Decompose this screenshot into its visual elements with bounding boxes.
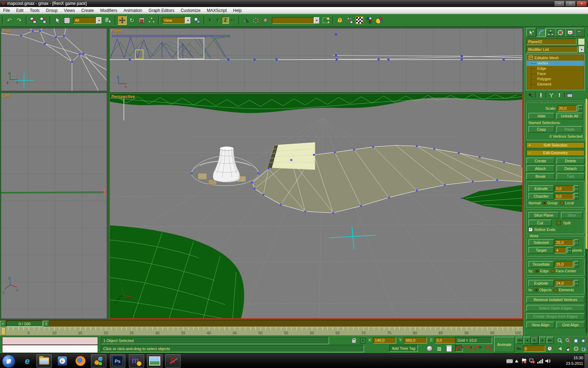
to-objects-radio[interactable] [534,288,538,292]
action-center-flag-icon[interactable] [520,357,528,365]
create-button[interactable]: Create [526,158,554,164]
current-frame-field[interactable]: 0 [523,346,545,352]
select-and-scale-icon[interactable] [137,16,146,25]
tab-motion[interactable] [555,28,565,37]
make-unique-icon[interactable] [548,92,554,98]
stack-item-edge[interactable]: Edge [527,66,584,71]
collapse-icon[interactable] [529,56,533,60]
tessellate-spinner[interactable]: ▲▼ [574,261,579,267]
show-end-result-icon[interactable] [538,92,544,98]
by-face-center-radio[interactable] [551,269,555,273]
percent-snap-icon[interactable]: % [473,345,481,352]
taskbar-photo-viewer-icon[interactable] [147,354,162,368]
pan-hand-icon[interactable] [564,345,572,352]
menu-item-graph-editors[interactable]: Graph Editors [145,7,177,14]
taskbar-media-player-icon[interactable]: ▶ [55,354,70,368]
stack-item-face[interactable]: Face [527,71,584,76]
render-checker-icon[interactable] [355,16,364,25]
explode-field[interactable]: 24,0 [554,280,573,286]
stack-item-editable-mesh[interactable]: Editable Mesh [527,55,584,61]
close-button[interactable]: × [576,1,587,7]
object-name-field[interactable]: Plane02 [526,39,576,45]
time-slider-thumb[interactable] [1,327,6,335]
field-of-view-icon[interactable] [556,345,564,352]
dropdown-arrow-icon[interactable]: ▼ [185,17,191,24]
explode-spinner[interactable]: ▲▼ [574,280,579,286]
viewport-label-front[interactable]: Front [111,29,122,34]
rectangular-selection-region-icon[interactable] [62,16,71,25]
select-and-manipulate-icon[interactable] [147,16,156,25]
edit-geometry-rollout[interactable]: −Edit Geometry [526,150,584,156]
panel-scrollbar-thumb[interactable] [586,99,587,249]
menu-item-help[interactable]: Help [230,7,245,14]
taskbar-internet-explorer-icon[interactable]: e [20,354,35,368]
start-button[interactable] [2,355,15,368]
edit-named-selections-icon[interactable] [321,16,330,25]
go-to-end-icon[interactable]: ▶▶| [547,337,554,344]
viewport-perspective[interactable]: z x y Perspective [109,93,523,319]
restrict-y-button[interactable]: Y [214,17,221,24]
crossing-selection-icon[interactable]: ▨ [435,345,443,352]
min-max-toggle-icon[interactable] [580,345,588,352]
signal-strength-icon[interactable] [536,357,544,365]
mirror-icon[interactable] [241,16,251,25]
material-id-icon[interactable]: ID [365,16,374,25]
angle-snap-icon[interactable]: ∠ [464,345,472,352]
weld-selected-button[interactable]: Selected [528,239,554,246]
next-frame-icon[interactable]: |▶ [539,337,546,344]
menu-item-file[interactable]: File [0,7,13,14]
menu-item-views[interactable]: Views [61,7,78,14]
delete-button[interactable]: Delete [556,158,584,164]
panel-scrollbar[interactable] [586,99,587,333]
tab-hierarchy[interactable] [546,28,555,37]
tab-modify[interactable] [536,28,546,37]
volume-speaker-icon[interactable] [544,357,552,365]
viewport-top[interactable]: y x z Top [1,28,107,91]
material-editor-icon[interactable] [374,16,384,25]
unlink-selection-icon[interactable] [38,16,48,25]
scale-field[interactable]: 20,0 [557,105,577,111]
zoom-extents-icon[interactable] [572,337,580,344]
play-animation-icon[interactable]: ▶ [531,337,538,344]
weld-selected-field[interactable]: 25,0 [554,239,573,246]
unhide-all-button[interactable]: Unhide All [556,113,582,119]
next-frame-button[interactable]: > [43,321,49,327]
zoom-extents-all-icon[interactable] [580,337,588,344]
view-align-button[interactable]: View Align [526,322,554,328]
taskbar-windows-explorer-icon[interactable] [36,354,52,368]
show-desktop-button[interactable] [584,354,588,368]
x-coordinate-field[interactable]: 140,0 [373,337,396,343]
dropdown-arrow-icon[interactable]: ▼ [579,46,584,53]
network-disconnected-icon[interactable] [528,357,536,365]
menu-item-modifiers[interactable]: Modifiers [97,7,120,14]
select-and-move-icon[interactable] [118,16,127,25]
previous-frame-icon[interactable]: ◀| [524,337,531,344]
go-to-start-icon[interactable]: |◀◀ [516,337,523,344]
viewport-left[interactable]: z y x Left [1,93,107,319]
to-elements-radio[interactable] [554,288,558,292]
key-mode-toggle-icon[interactable] [516,345,522,352]
menu-item-maxscript[interactable]: MAXScript [204,7,230,14]
z-coordinate-field[interactable]: 0,0 [435,337,456,343]
animate-button[interactable]: Animate [494,337,514,352]
taskbar-firefox-icon[interactable] [73,354,88,368]
refine-ends-checkbox[interactable] [528,227,533,232]
extrude-field[interactable]: 0,0 [554,185,573,192]
chamfer-field[interactable]: 0,0 [554,193,573,199]
dropdown-arrow-icon[interactable]: ▼ [96,17,102,24]
hide-button[interactable]: Hide [528,113,554,119]
remove-modifier-icon[interactable] [556,92,562,98]
tessellate-button[interactable]: Tessellate [528,261,554,267]
title-bar[interactable]: Ψ mapcool.gmax - gmax - [RenX game pack]… [0,0,588,7]
split-checkbox[interactable] [556,221,561,225]
select-by-name-icon[interactable] [104,16,113,25]
named-selection-sets-dropdown[interactable]: ▼ [272,17,320,24]
slice-button[interactable]: Slice [561,212,582,218]
select-object-icon[interactable] [52,16,62,25]
tessellate-field[interactable]: 25,0 [554,261,573,267]
break-button[interactable]: Break [526,173,554,179]
array-icon[interactable] [251,16,260,25]
reference-coordinate-dropdown[interactable]: View ▼ [162,17,191,24]
minimize-button[interactable]: — [554,1,565,7]
viewport-label-top[interactable]: Top [2,29,10,34]
